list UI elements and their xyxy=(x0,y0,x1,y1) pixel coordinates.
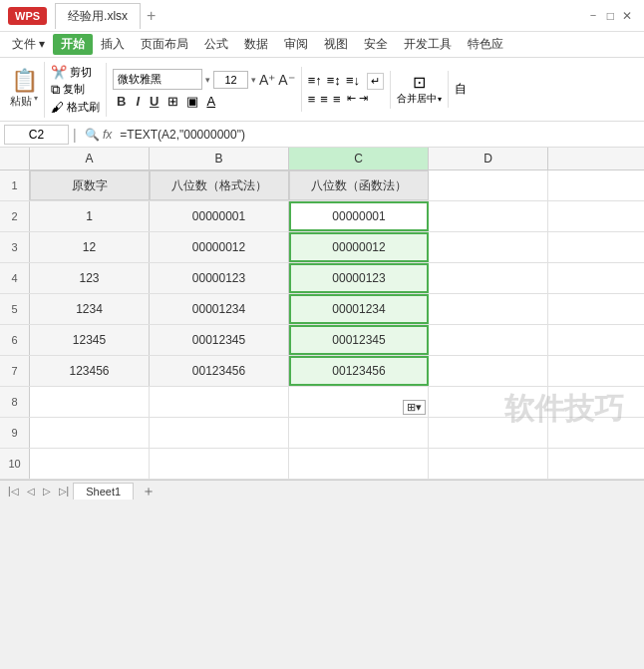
menu-security[interactable]: 安全 xyxy=(356,34,396,55)
merge-dropdown[interactable]: ▾ xyxy=(438,95,442,104)
file-tab[interactable]: 经验用.xlsx xyxy=(55,3,141,29)
cell-d2[interactable] xyxy=(429,201,548,231)
formula-input[interactable]: =TEXT(A2,"00000000") xyxy=(116,126,640,144)
align-middle-btn[interactable]: ≡↕ xyxy=(327,73,341,90)
cell-c7[interactable]: 00123456 xyxy=(289,356,429,386)
cell-b9[interactable] xyxy=(150,418,289,448)
italic-button[interactable]: I xyxy=(132,93,144,110)
cell-b3[interactable]: 00000012 xyxy=(150,232,289,262)
cell-b6[interactable]: 00012345 xyxy=(150,325,289,355)
menu-layout[interactable]: 页面布局 xyxy=(133,34,196,55)
border-button[interactable]: ⊞ xyxy=(164,93,181,110)
window-maximize[interactable]: □ xyxy=(607,9,614,23)
cut-label[interactable]: 剪切 xyxy=(70,65,92,80)
cell-b7[interactable]: 00123456 xyxy=(150,356,289,386)
cell-c6[interactable]: 00012345 xyxy=(289,325,429,355)
merge-center-label[interactable]: 合并居中 xyxy=(397,92,437,106)
cell-reference[interactable]: C2 xyxy=(4,125,69,145)
menu-review[interactable]: 审阅 xyxy=(276,34,316,55)
cell-d6[interactable] xyxy=(429,325,548,355)
align-left-btn[interactable]: ≡ xyxy=(308,92,316,107)
cell-a3[interactable]: 12 xyxy=(30,232,150,262)
col-header-c[interactable]: C xyxy=(289,148,429,169)
sheet-tab-1[interactable]: Sheet1 xyxy=(73,483,134,500)
cell-b8[interactable] xyxy=(150,387,289,417)
paste-hint-icon[interactable]: ⊞▾ xyxy=(403,400,426,415)
menu-formula[interactable]: 公式 xyxy=(196,34,236,55)
cell-d3[interactable] xyxy=(429,232,548,262)
menu-file[interactable]: 文件 ▾ xyxy=(4,34,53,55)
align-center-btn[interactable]: ≡ xyxy=(320,92,328,107)
cell-b1[interactable]: 八位数（格式法） xyxy=(150,170,289,200)
decrease-indent-btn[interactable]: ⇤ xyxy=(347,92,356,107)
cell-c10[interactable] xyxy=(289,449,429,479)
formula-fx-icon[interactable]: 🔍 fx xyxy=(85,128,113,142)
align-bottom-btn[interactable]: ≡↓ xyxy=(346,73,360,90)
auto-label[interactable]: 自 xyxy=(455,82,467,96)
paste-label[interactable]: 粘贴 xyxy=(10,94,32,109)
cell-b10[interactable] xyxy=(150,449,289,479)
cell-a1[interactable]: 原数字 xyxy=(30,170,150,200)
fill-color-button[interactable]: ▣ xyxy=(183,93,201,110)
menu-data[interactable]: 数据 xyxy=(236,34,276,55)
cell-d9[interactable] xyxy=(429,418,548,448)
col-header-a[interactable]: A xyxy=(30,148,150,169)
copy-label[interactable]: 复制 xyxy=(63,82,85,97)
cell-d1[interactable] xyxy=(429,170,548,200)
menu-special[interactable]: 特色应 xyxy=(460,34,511,55)
sheet-nav-next[interactable]: ▷ xyxy=(39,486,55,497)
font-size-decrease[interactable]: A⁻ xyxy=(278,72,294,88)
cell-c9[interactable] xyxy=(289,418,429,448)
cell-c8[interactable]: ⊞▾ xyxy=(289,387,429,417)
cell-c3[interactable]: 00000012 xyxy=(289,232,429,262)
bold-button[interactable]: B xyxy=(113,93,130,110)
cell-d5[interactable] xyxy=(429,294,548,324)
cell-c2[interactable]: 00000001 xyxy=(289,201,429,231)
cell-d10[interactable] xyxy=(429,449,548,479)
font-name-arrow[interactable]: ▾ xyxy=(205,75,210,85)
cell-c4[interactable]: 00000123 xyxy=(289,263,429,293)
menu-insert[interactable]: 插入 xyxy=(93,34,133,55)
underline-button[interactable]: U xyxy=(146,93,162,110)
paste-icon[interactable]: 📋 xyxy=(11,70,38,92)
font-size-increase[interactable]: A⁺ xyxy=(259,72,275,88)
window-minimize[interactable]: － xyxy=(587,7,599,24)
cell-b4[interactable]: 00000123 xyxy=(150,263,289,293)
cell-b5[interactable]: 00001234 xyxy=(150,294,289,324)
cell-a4[interactable]: 123 xyxy=(30,263,150,293)
sheet-nav-last[interactable]: ▷| xyxy=(55,486,74,497)
font-name-select[interactable]: 微软雅黑 xyxy=(113,69,202,90)
cell-c5[interactable]: 00001234 xyxy=(289,294,429,324)
cell-d8[interactable] xyxy=(429,387,548,417)
sheet-nav-first[interactable]: |◁ xyxy=(4,486,23,497)
menu-dev[interactable]: 开发工具 xyxy=(396,34,460,55)
font-size-input[interactable]: 12 xyxy=(213,71,248,89)
cell-c1[interactable]: 八位数（函数法） xyxy=(289,170,429,200)
cell-a10[interactable] xyxy=(30,449,150,479)
format-label[interactable]: 格式刷 xyxy=(67,100,100,115)
window-close[interactable]: ✕ xyxy=(622,9,632,23)
font-color-button[interactable]: A xyxy=(203,93,218,110)
add-tab-button[interactable]: + xyxy=(147,7,156,25)
cell-d7[interactable] xyxy=(429,356,548,386)
paste-dropdown[interactable]: ▾ xyxy=(34,94,38,109)
align-right-btn[interactable]: ≡ xyxy=(333,92,341,107)
cell-d4[interactable] xyxy=(429,263,548,293)
align-top-btn[interactable]: ≡↑ xyxy=(308,73,322,90)
col-header-d[interactable]: D xyxy=(429,148,548,169)
col-header-b[interactable]: B xyxy=(150,148,289,169)
cell-a6[interactable]: 12345 xyxy=(30,325,150,355)
cell-a9[interactable] xyxy=(30,418,150,448)
menu-view[interactable]: 视图 xyxy=(316,34,356,55)
wrap-text-btn[interactable]: ↵ xyxy=(367,73,384,90)
cell-a2[interactable]: 1 xyxy=(30,201,150,231)
increase-indent-btn[interactable]: ⇥ xyxy=(359,92,368,107)
add-sheet-button[interactable]: ＋ xyxy=(136,483,161,501)
sheet-nav-prev[interactable]: ◁ xyxy=(23,486,39,497)
wps-logo[interactable]: WPS xyxy=(8,7,47,25)
cell-a5[interactable]: 1234 xyxy=(30,294,150,324)
cell-a8[interactable] xyxy=(30,387,150,417)
menu-start[interactable]: 开始 xyxy=(53,34,93,55)
font-size-arrow[interactable]: ▾ xyxy=(251,75,256,85)
cell-b2[interactable]: 00000001 xyxy=(150,201,289,231)
